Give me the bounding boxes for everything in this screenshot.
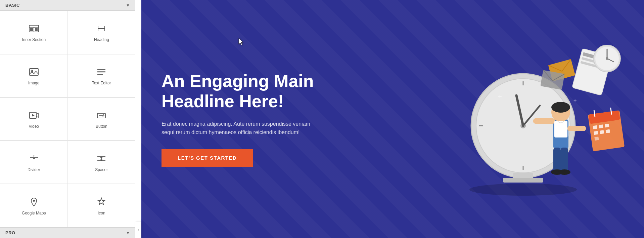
svg-rect-65 [605,124,609,128]
basic-section-header[interactable]: BASIC ▼ [0,0,135,11]
svg-rect-68 [606,129,610,133]
divider-label: Divider [28,167,40,172]
svg-point-53 [558,169,570,175]
svg-marker-16 [32,114,35,117]
svg-point-76 [606,57,608,60]
widget-text-editor[interactable]: Text Editor [68,54,136,97]
svg-point-33 [469,184,577,196]
icon-widget-icon [95,196,107,208]
icon-widget-label: Icon [98,211,105,215]
svg-rect-54 [554,121,567,137]
widget-google-maps[interactable]: Google Maps [0,184,68,227]
spacer-label: Spacer [95,167,108,172]
widget-button[interactable]: Button [68,97,136,141]
svg-rect-69 [594,136,599,141]
svg-rect-64 [599,124,603,128]
cta-button[interactable]: LET'S GET STARTED [162,149,253,167]
widget-spacer[interactable]: Spacer [68,141,136,184]
image-icon [28,66,40,78]
illustration-area: + + [443,0,644,238]
svg-text:+: + [498,93,502,100]
widget-video[interactable]: Video [0,97,68,141]
basic-chevron-icon: ▼ [126,3,130,8]
pro-section-header[interactable]: PRO ▼ [0,227,135,238]
widgets-grid: Inner Section Heading Image [0,11,135,227]
svg-rect-48 [533,118,555,124]
video-icon [28,109,40,121]
preview-content: An Engaging Main Headline Here! Erat don… [141,58,376,180]
collapse-chevron-icon: ‹ [138,228,139,232]
google-maps-label: Google Maps [22,211,46,215]
widget-heading[interactable]: Heading [68,11,136,54]
widget-inner-section[interactable]: Inner Section [0,11,68,54]
widget-image[interactable]: Image [0,54,68,97]
cursor-indicator [237,37,246,48]
google-maps-icon [28,196,40,208]
svg-rect-17 [97,113,105,118]
preview-subtext: Erat donec magna adipiscing. Aute rerum … [162,120,323,137]
video-label: Video [29,124,39,129]
svg-rect-66 [594,131,598,135]
text-editor-icon [95,66,107,78]
svg-point-47 [551,102,570,113]
svg-rect-9 [30,69,38,75]
pro-section-label: PRO [5,230,15,235]
widget-divider[interactable]: Divider [0,141,68,184]
clock-illustration-svg: + + [446,25,641,213]
panel-collapse-toggle[interactable]: ‹ [135,222,141,238]
svg-rect-63 [593,125,597,129]
svg-point-32 [33,200,35,202]
svg-rect-44 [503,178,543,183]
heading-icon [95,23,107,35]
svg-rect-50 [561,148,568,171]
heading-label: Heading [94,37,109,42]
widget-panel: BASIC ▼ Inner Section [0,0,135,238]
preview-panel: An Engaging Main Headline Here! Erat don… [141,0,644,238]
button-icon [95,109,107,121]
button-label: Button [96,124,107,129]
inner-section-icon [28,23,40,35]
svg-rect-67 [600,130,604,134]
svg-text:+: + [573,97,577,103]
spacer-icon [95,153,107,165]
inner-section-label: Inner Section [22,37,46,42]
pro-chevron-icon: ▼ [126,231,130,235]
svg-rect-51 [553,148,561,171]
preview-headline: An Engaging Main Headline Here! [162,71,356,112]
basic-section-label: BASIC [5,3,20,8]
text-editor-label: Text Editor [92,81,111,85]
image-label: Image [28,81,39,85]
widget-icon-widget[interactable]: Icon [68,184,136,227]
svg-rect-49 [567,126,586,131]
divider-icon [28,153,40,165]
svg-point-10 [31,70,33,72]
